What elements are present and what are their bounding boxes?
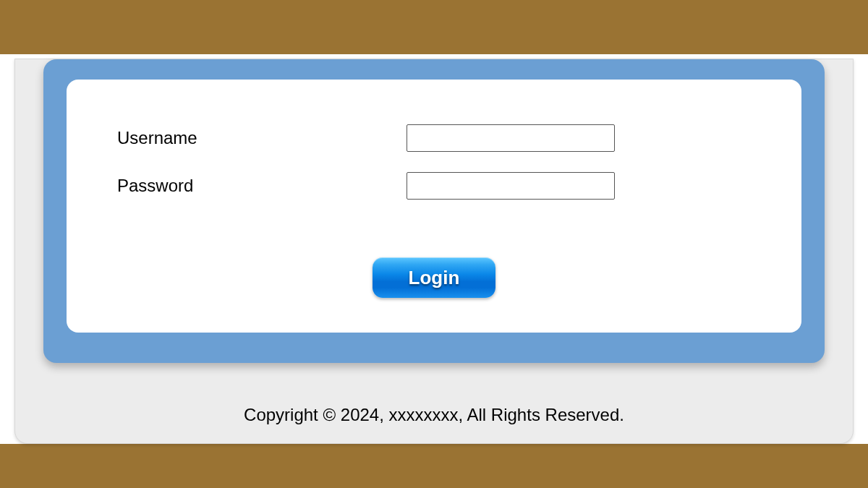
username-input[interactable] [407,124,615,152]
copyright-text: Copyright © 2024, xxxxxxxx, All Rights R… [15,405,853,425]
username-row: Username [117,124,751,152]
login-card: Username Password Login [67,80,801,333]
login-card-frame: Username Password Login [43,59,825,363]
password-label: Password [117,176,407,196]
bottom-footer-bar [0,444,868,488]
button-row: Login [117,257,751,298]
main-panel: Username Password Login Copyright © 2024… [14,59,854,444]
login-button[interactable]: Login [373,257,495,298]
password-input[interactable] [407,172,615,200]
content-area: Username Password Login Copyright © 2024… [0,59,868,444]
top-header-bar [0,0,868,54]
password-row: Password [117,172,751,200]
username-label: Username [117,128,407,148]
